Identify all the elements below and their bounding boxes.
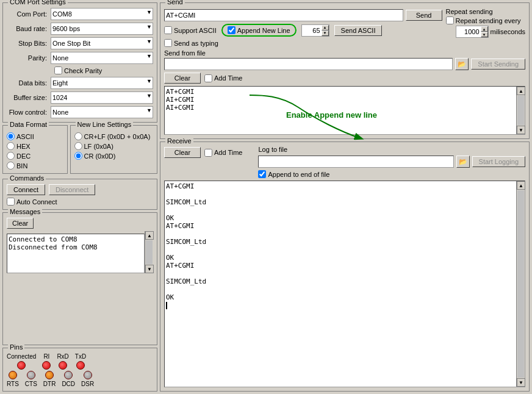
receive-add-time-checkbox[interactable] bbox=[204, 149, 212, 157]
check-parity-row: Check Parity bbox=[7, 66, 153, 74]
append-newline-checkbox[interactable] bbox=[228, 26, 235, 34]
pin-rxd-label: RxD bbox=[57, 353, 68, 360]
auto-connect-checkbox[interactable] bbox=[7, 198, 15, 206]
pin-dsr-label: DSR bbox=[81, 381, 94, 387]
send-command-input[interactable] bbox=[164, 9, 403, 21]
support-ascii-checkbox[interactable] bbox=[164, 26, 172, 34]
parity-label: Parity: bbox=[7, 54, 51, 62]
data-format-hex-radio[interactable] bbox=[7, 142, 15, 150]
repeat-sending-section: Repeat sending Repeat sending every ▲ ▼ bbox=[446, 8, 525, 38]
newline-crlf-radio[interactable] bbox=[74, 132, 82, 140]
receive-scrollbar[interactable]: ▲ ▼ bbox=[516, 181, 525, 387]
messages-scroll-thumb[interactable] bbox=[146, 240, 153, 264]
stop-bits-select[interactable]: One Stop Bit bbox=[51, 37, 153, 49]
messages-scrollbar[interactable]: ▲ ▼ bbox=[145, 231, 153, 273]
pin-rxd: RxD bbox=[57, 353, 68, 370]
pin-connected-label: Connected bbox=[7, 353, 36, 360]
data-format-ascii-radio[interactable] bbox=[7, 132, 15, 140]
receive-scroll-down[interactable]: ▼ bbox=[517, 378, 525, 387]
flow-control-select[interactable]: None bbox=[51, 106, 153, 118]
messages-scroll-down[interactable]: ▼ bbox=[145, 265, 154, 273]
data-bits-label: Data bits: bbox=[7, 79, 51, 87]
newline-cr-label: CR (0x0D) bbox=[84, 152, 116, 160]
ascii-spin-down[interactable]: ▼ bbox=[322, 30, 329, 36]
repeat-ms-spinner[interactable]: ▲ ▼ bbox=[456, 26, 489, 38]
pin-dsr: DSR bbox=[81, 371, 94, 387]
messages-group: Messages Clear Connected to COM8 Disconn… bbox=[2, 212, 157, 345]
receive-clear-button[interactable]: Clear bbox=[164, 147, 201, 158]
auto-connect-label: Auto Connect bbox=[16, 198, 57, 206]
pin-txd-label: TxD bbox=[75, 353, 86, 360]
buffer-size-select[interactable]: 1024 bbox=[51, 91, 153, 104]
send-scroll-up[interactable]: ▲ bbox=[517, 87, 525, 95]
com-port-settings-group: COM Port Settings Com Port: COM8 Baud ra… bbox=[2, 2, 157, 123]
support-ascii-label: Support ASCII bbox=[174, 27, 217, 34]
ascii-value-spinner[interactable]: ▲ ▼ bbox=[301, 24, 329, 37]
commands-group: Commands Connect Disconnect Auto Connect bbox=[2, 179, 157, 210]
send-content-area[interactable]: AT+CGMIAI+CGMIAI+CGMI bbox=[165, 87, 516, 134]
messages-scroll-up[interactable]: ▲ bbox=[145, 231, 154, 240]
pin-cts: CTS bbox=[25, 371, 37, 387]
messages-clear-button[interactable]: Clear bbox=[7, 218, 34, 229]
send-button[interactable]: Send bbox=[406, 10, 442, 21]
log-file-browse-button[interactable]: 📂 bbox=[456, 156, 470, 168]
start-logging-button[interactable]: Start Logging bbox=[472, 156, 525, 167]
pin-ri-label: RI bbox=[43, 353, 49, 360]
pin-dtr: DTR bbox=[43, 371, 56, 387]
send-file-browse-button[interactable]: 📂 bbox=[455, 58, 469, 70]
check-parity-checkbox[interactable] bbox=[54, 66, 62, 74]
repeat-ms-spin-down[interactable]: ▼ bbox=[481, 32, 488, 37]
pin-connected: Connected bbox=[7, 353, 36, 370]
baud-rate-label: Baud rate: bbox=[7, 25, 51, 32]
receive-scroll-thumb bbox=[517, 190, 524, 378]
newline-lf-radio[interactable] bbox=[74, 142, 82, 150]
receive-add-time-label: Add Time bbox=[214, 149, 242, 156]
new-line-settings-group: New Line Settings CR+LF (0x0D + 0x0A) LF… bbox=[70, 125, 158, 174]
log-to-file-section: Log to file 📂 Start Logging Append to en… bbox=[258, 146, 525, 178]
append-to-end-checkbox[interactable] bbox=[258, 170, 266, 178]
ascii-spin-up[interactable]: ▲ bbox=[322, 25, 329, 30]
send-add-time-checkbox[interactable] bbox=[204, 74, 212, 82]
receive-scroll-up[interactable]: ▲ bbox=[517, 181, 525, 190]
repeat-every-checkbox[interactable] bbox=[446, 16, 454, 24]
data-format-bin-label: BIN bbox=[16, 162, 27, 170]
newline-crlf-label: CR+LF (0x0D + 0x0A) bbox=[84, 133, 151, 140]
data-format-dec-radio[interactable] bbox=[7, 152, 15, 160]
pin-rts: RTS bbox=[7, 371, 19, 387]
baud-rate-select[interactable]: 9600 bps bbox=[51, 23, 153, 35]
start-sending-button[interactable]: Start Sending bbox=[471, 59, 525, 70]
messages-textarea[interactable]: Connected to COM8 Disconnected from COM8 bbox=[7, 234, 145, 273]
repeat-ms-spin-up[interactable]: ▲ bbox=[481, 26, 488, 32]
send-scrollbar[interactable]: ▲ ▼ bbox=[516, 87, 525, 134]
send-clear-button[interactable]: Clear bbox=[164, 73, 201, 84]
append-to-end-label: Append to end of file bbox=[268, 171, 329, 178]
parity-select[interactable]: None bbox=[51, 52, 153, 64]
com-port-select-wrapper[interactable]: COM8 bbox=[51, 8, 153, 20]
newline-cr-radio[interactable] bbox=[74, 152, 82, 160]
pin-cts-led bbox=[27, 371, 35, 379]
repeat-sending-label: Repeat sending bbox=[446, 8, 493, 15]
data-format-ascii-label: ASCII bbox=[16, 133, 34, 140]
pin-rts-led bbox=[9, 371, 17, 379]
ascii-value-input[interactable] bbox=[302, 25, 322, 36]
log-file-path-input[interactable] bbox=[258, 156, 453, 168]
disconnect-button[interactable]: Disconnect bbox=[49, 184, 95, 195]
data-bits-select[interactable]: Eight bbox=[51, 77, 153, 89]
connect-button[interactable]: Connect bbox=[7, 184, 45, 195]
pin-dsr-led bbox=[84, 371, 92, 379]
pin-dcd-label: DCD bbox=[62, 381, 75, 387]
receive-content-area[interactable]: AT+CGMI SIMCOM_Ltd OK AT+CGMI SIMCOM_Ltd… bbox=[165, 181, 516, 387]
send-as-typing-checkbox[interactable] bbox=[164, 39, 172, 47]
data-format-title: Data Format bbox=[8, 121, 49, 128]
repeat-ms-input[interactable] bbox=[456, 26, 481, 37]
send-file-path-input[interactable] bbox=[164, 58, 453, 70]
data-format-bin-radio[interactable] bbox=[7, 162, 15, 170]
com-port-select[interactable]: COM8 bbox=[51, 8, 153, 20]
send-scroll-down[interactable]: ▼ bbox=[517, 126, 525, 134]
pin-dtr-label: DTR bbox=[43, 381, 56, 387]
new-line-settings-title: New Line Settings bbox=[76, 121, 134, 128]
receive-group: Receive Clear Add Time Log to file bbox=[160, 141, 530, 392]
send-ascii-button[interactable]: Send ASCII bbox=[334, 25, 383, 36]
send-from-file-label: Send from file bbox=[164, 49, 206, 57]
stop-bits-label: Stop Bits: bbox=[7, 40, 51, 47]
